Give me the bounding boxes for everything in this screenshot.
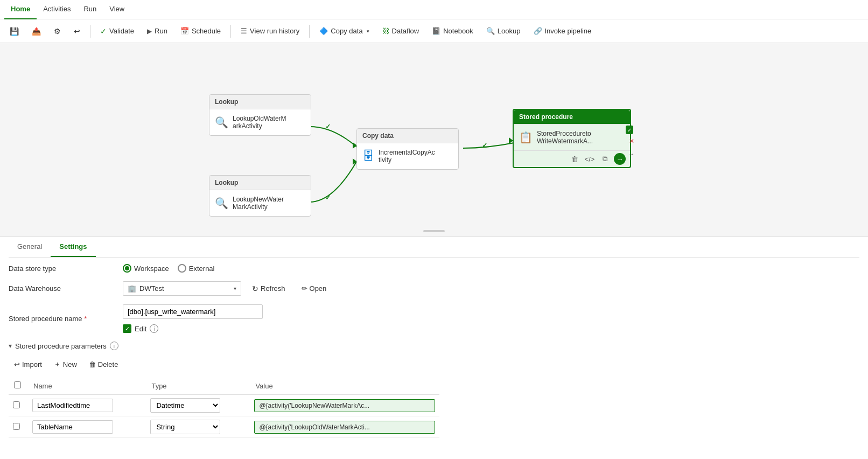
edit-info-icon[interactable]: i <box>150 324 158 333</box>
row1-name-cell <box>28 395 146 416</box>
lookup2-body: 🔍 LookupNewWaterMarkActivity <box>209 190 311 216</box>
storedproc-fail-btn[interactable]: ✕ <box>626 135 638 147</box>
storedproc-arrow-btn[interactable]: → <box>626 148 638 160</box>
radio-external[interactable]: External <box>178 264 215 273</box>
params-info-icon[interactable]: i <box>110 342 118 350</box>
radio-workspace[interactable]: Workspace <box>123 264 169 273</box>
notebook-label: Notebook <box>443 27 473 35</box>
refresh-button[interactable]: ↻ Refresh <box>247 282 291 296</box>
invoke-pipeline-button[interactable]: 🔗 Invoke pipeline <box>528 24 597 38</box>
col-name-header: Name <box>28 377 146 395</box>
settings-button[interactable]: ⚙ <box>48 24 66 38</box>
open-label: Open <box>310 284 327 293</box>
schedule-button[interactable]: 📅 Schedule <box>175 24 226 38</box>
publish-icon: 📤 <box>32 27 41 36</box>
copydata-node[interactable]: Copy data 🗄 IncrementalCopyActivity <box>356 128 459 170</box>
lookup1-label: LookupOldWaterMarkActivity <box>233 115 286 130</box>
storedproc-copy-btn[interactable]: ⧉ <box>599 153 611 165</box>
import-icon: ↩ <box>14 360 20 368</box>
collapse-icon[interactable]: ▾ <box>9 342 12 350</box>
menu-activities[interactable]: Activities <box>37 0 77 19</box>
row1-type-cell: Datetime String Int <box>146 395 250 416</box>
stored-proc-name-input[interactable] <box>123 304 263 319</box>
toolbar: 💾 📤 ⚙ ↩ ✓ Validate ▶ Run 📅 Schedule ☰ Vi… <box>0 19 868 43</box>
param-toolbar: ↩ Import ＋ New 🗑 Delete <box>9 357 859 372</box>
tab-general[interactable]: General <box>9 237 51 257</box>
view-run-history-button[interactable]: ☰ View run history <box>235 24 305 38</box>
lookup-toolbar-label: Lookup <box>498 27 521 35</box>
storedproc-success-btn[interactable]: ✓ <box>626 126 633 134</box>
storedproc-code-btn[interactable]: </> <box>584 153 596 165</box>
validate-button[interactable]: ✓ Validate <box>95 24 139 38</box>
notebook-button[interactable]: 📓 Notebook <box>426 24 479 38</box>
copydata-header: Copy data <box>357 129 458 143</box>
check-connector-3: ✓ <box>482 142 487 149</box>
undo-button[interactable]: ↩ <box>68 24 86 38</box>
stored-proc-name-controls: ✓ Edit i <box>123 304 263 333</box>
publish-button[interactable]: 📤 <box>26 24 46 38</box>
delete-param-label: Delete <box>98 360 118 368</box>
col-checkbox <box>9 377 28 395</box>
edit-checkbox[interactable]: ✓ <box>123 324 131 333</box>
data-warehouse-select[interactable]: 🏢 DWTest ▾ <box>123 281 241 296</box>
storedproc-go-btn[interactable]: → <box>614 153 626 165</box>
stored-proc-name-label-text: Stored procedure name <box>9 315 82 323</box>
open-button[interactable]: ✏ Open <box>296 282 332 295</box>
param-table: Name Type Value Datetime String Int <box>9 377 439 438</box>
stored-proc-params-section: ▾ Stored procedure parameters i <box>9 342 859 350</box>
stored-proc-params-label: Stored procedure parameters <box>15 342 107 350</box>
settings-tabs: General Settings <box>9 237 859 258</box>
param-table-header-row: Name Type Value <box>9 377 439 395</box>
row1-value[interactable]: @{activity('LookupNewWaterMarkAc... <box>254 399 435 412</box>
lookup1-header: Lookup <box>209 95 311 109</box>
notebook-icon: 📓 <box>432 27 440 35</box>
dataflow-button[interactable]: ⛓ Dataflow <box>377 24 425 38</box>
row1-checkbox[interactable] <box>13 401 20 408</box>
lookup2-icon: 🔍 <box>215 197 228 210</box>
row2-value[interactable]: @{activity('LookupOldWaterMarkActi... <box>254 421 435 434</box>
storedproc-delete-btn[interactable]: 🗑 <box>569 153 580 165</box>
row2-checkbox[interactable] <box>13 423 20 430</box>
radio-external-circle <box>178 264 186 273</box>
separator-2 <box>230 25 231 38</box>
import-label: Import <box>22 360 42 368</box>
copy-data-chevron: ▾ <box>367 29 369 34</box>
row1-type-select[interactable]: Datetime String Int <box>150 398 220 413</box>
invoke-pipeline-label: Invoke pipeline <box>545 27 592 35</box>
row2-name-input[interactable] <box>32 420 113 434</box>
data-store-type-row: Data store type Workspace External <box>9 264 859 273</box>
import-button[interactable]: ↩ Import <box>9 358 47 371</box>
required-star: * <box>84 315 87 323</box>
lookup1-node[interactable]: Lookup 🔍 LookupOldWaterMarkActivity <box>209 94 311 136</box>
lookup2-node[interactable]: Lookup 🔍 LookupNewWaterMarkActivity <box>209 175 311 217</box>
storedproc-icon: 📋 <box>519 131 533 144</box>
menu-home[interactable]: Home <box>4 0 37 19</box>
copy-data-icon: 🔷 <box>319 27 328 35</box>
delete-param-button[interactable]: 🗑 Delete <box>83 358 124 371</box>
lookup-toolbar-button[interactable]: 🔍 Lookup <box>481 24 526 38</box>
run-button[interactable]: ▶ Run <box>142 24 173 38</box>
validate-icon: ✓ <box>100 27 107 36</box>
dataflow-icon: ⛓ <box>382 27 389 35</box>
row2-type-select[interactable]: String Datetime Int <box>150 420 220 434</box>
canvas-collapse-handle[interactable] <box>423 230 445 232</box>
save-button[interactable]: 💾 <box>4 24 24 38</box>
menu-view[interactable]: View <box>103 0 131 19</box>
stored-proc-name-label: Stored procedure name * <box>9 315 116 323</box>
row2-checkbox-cell <box>9 416 28 438</box>
new-param-button[interactable]: ＋ New <box>48 357 82 372</box>
menu-run[interactable]: Run <box>77 0 103 19</box>
tab-settings[interactable]: Settings <box>51 237 95 257</box>
pipeline-canvas[interactable]: ✓ ✓ ✓ Lookup 🔍 LookupOldWaterMarkActivit… <box>0 43 868 237</box>
select-all-checkbox[interactable] <box>14 381 21 388</box>
storedproc-node[interactable]: Stored procedure 📋 StoredProceduretoWrit… <box>513 109 631 168</box>
data-store-type-radio-group: Workspace External <box>123 264 215 273</box>
lookup2-header: Lookup <box>209 176 311 190</box>
row1-name-input[interactable] <box>32 399 113 412</box>
separator-1 <box>90 25 90 38</box>
table-row: Datetime String Int @{activity('LookupNe… <box>9 395 439 416</box>
storedproc-actions: 🗑 </> ⧉ → <box>514 150 630 167</box>
save-icon: 💾 <box>10 27 19 36</box>
storedproc-body: 📋 StoredProceduretoWriteWatermarkA... ✓ … <box>514 124 630 150</box>
copy-data-button[interactable]: 🔷 Copy data ▾ <box>314 24 374 38</box>
